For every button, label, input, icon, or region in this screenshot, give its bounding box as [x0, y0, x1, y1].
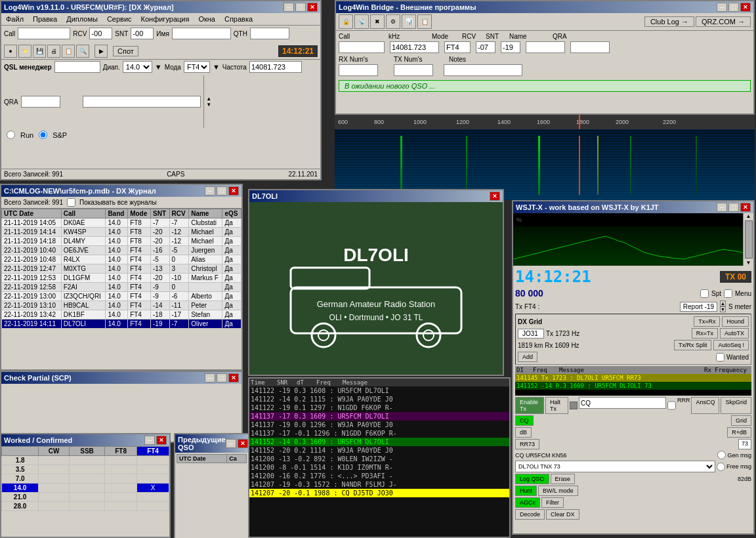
sp-radio[interactable] — [39, 131, 47, 139]
autoseq-button[interactable]: AutoSeq ! — [713, 340, 749, 350]
list-item[interactable]: 141200 -13 -0.2 892 : W0LEN IW2IZW - — [249, 455, 509, 463]
rx-nums-input[interactable] — [339, 64, 378, 76]
rcv-input[interactable] — [89, 28, 112, 39]
prevqso-close[interactable]: ✕ — [238, 439, 248, 448]
list-item[interactable]: 141137 -19 0.0 1296 : W9JA PA0YDE J0 — [249, 421, 509, 429]
mode-select[interactable]: FT4 — [184, 61, 210, 73]
bridge-minimize[interactable]: ─ — [717, 3, 727, 12]
rrr-checkbox[interactable] — [667, 397, 676, 414]
bridge-icon-1[interactable]: 🔒 — [339, 14, 353, 29]
erase-button[interactable]: Erase — [551, 474, 576, 484]
maximize-button[interactable]: □ — [295, 3, 306, 12]
wanted-checkbox[interactable] — [716, 353, 724, 362]
spot-button[interactable]: Спот — [113, 46, 138, 56]
clublog-button[interactable]: Club Log → — [644, 16, 694, 27]
menu-windows[interactable]: Окна — [196, 14, 217, 24]
bridge-call-input[interactable] — [339, 41, 385, 53]
tx-rx-button[interactable]: Tx=Rx — [694, 316, 720, 327]
qra-input[interactable] — [21, 96, 60, 108]
snt-input[interactable] — [131, 28, 154, 39]
bridge-qra-input[interactable] — [570, 41, 610, 53]
grid-button[interactable]: Grid — [731, 415, 751, 426]
gen-msg-radio[interactable] — [717, 451, 726, 459]
name-input[interactable] — [172, 28, 231, 39]
cp-minimize[interactable]: ─ — [205, 373, 215, 383]
list-item[interactable]: 141152 -14 0.3 1609 : UR5FCM DL7OLI — [249, 438, 509, 446]
bwl-mode-button[interactable]: BW/L mode — [538, 486, 578, 496]
bridge-icon-5[interactable]: 📊 — [402, 14, 416, 29]
cp-close[interactable]: ✕ — [228, 373, 239, 383]
free-msg-radio[interactable] — [717, 463, 725, 471]
spectrum-scroll-down[interactable]: ▼ — [746, 260, 751, 266]
wsjtx-minimize[interactable]: ─ — [717, 203, 727, 212]
qth-input[interactable] — [250, 28, 289, 39]
skpgrid-button[interactable]: SkpGrid — [721, 397, 751, 414]
db-button[interactable]: dB — [515, 427, 532, 438]
hound-button[interactable]: Hound — [722, 316, 749, 327]
worked-close[interactable]: ✕ — [156, 436, 167, 445]
bridge-snt-input[interactable] — [501, 41, 520, 53]
qrz-button[interactable]: QRZ.COM → — [696, 16, 751, 27]
menu-help[interactable]: Справка — [222, 14, 255, 24]
worked-minimize[interactable]: ─ — [144, 436, 155, 445]
table-row[interactable]: 21-11-2019 14:14 KW4SP 14.0 FT8 -20 -12 … — [2, 228, 242, 237]
bridge-close[interactable]: ✕ — [740, 3, 751, 12]
autotx-button[interactable]: AutoTX — [720, 328, 749, 339]
clear-dx-button[interactable]: Clear DX — [546, 509, 579, 520]
minimize-button[interactable]: ─ — [284, 3, 294, 12]
extra-input[interactable] — [83, 96, 201, 108]
bridge-icon-3[interactable]: ✖ — [370, 14, 385, 29]
table-row[interactable]: 21-11-2019 14:18 DL4MY 14.0 FT8 -20 -12 … — [2, 237, 242, 246]
table-row[interactable]: 22-11-2019 10:40 OE6JVE 14.0 FT4 -16 -5 … — [2, 246, 242, 255]
journal-scroll[interactable]: UTC Date Call Band Mode SNT RCV Name eQS… — [1, 209, 242, 363]
table-row[interactable]: 22-11-2019 12:58 F2AI 14.0 FT4 -9 0 Да — [2, 283, 242, 292]
anscq-button[interactable]: AnsCQ — [691, 397, 719, 414]
wsjtx-maximize[interactable]: □ — [728, 203, 739, 212]
list-item[interactable]: 141122 -14 0.2 1115 : W9JA PA0YDE J0 — [249, 395, 509, 404]
table-row[interactable]: 22-11-2019 14:11 DL7OLI 14.0 FT4 -19 -7 … — [2, 320, 242, 329]
log-qso-button[interactable]: Log QSO — [515, 474, 549, 484]
table-row[interactable]: 22-11-2019 13:42 DK1BF 14.0 FT4 -18 -17 … — [2, 310, 242, 320]
table-row[interactable]: 22-11-2019 12:53 DL1GFM 14.0 FT4 -20 -10… — [2, 274, 242, 283]
diap-select[interactable]: 14.0 — [123, 61, 152, 73]
notes-input[interactable] — [444, 64, 522, 76]
toolbar-btn-4[interactable]: 🖨 — [47, 45, 60, 58]
list-item[interactable]: 141200 -8 -0.1 1514 : K1DJ IZ0MTN R- — [249, 463, 509, 472]
val-select[interactable]: DL7OLI TNX 73 — [515, 461, 715, 472]
halt-tx-button[interactable]: Halt Tx — [545, 397, 568, 414]
list-item[interactable]: 141122 -19 0.1 1297 : N1GDD F6KOP R- — [249, 404, 509, 412]
cq-button[interactable]: CQ — [515, 415, 534, 426]
bridge-khz-input[interactable] — [390, 41, 439, 53]
spectrum-scrollbar[interactable] — [745, 220, 753, 259]
toolbar-btn-6[interactable]: 🔍 — [76, 45, 89, 58]
wsjtx-close[interactable]: ✕ — [740, 203, 751, 212]
menu-service[interactable]: Сервис — [105, 14, 134, 24]
menu-checkbox[interactable] — [724, 289, 732, 298]
list-item[interactable]: 141207 -20 -0.1 1988 : CQ DJ5TD JO30 — [249, 489, 509, 497]
dxjournal-close[interactable]: ✕ — [228, 186, 239, 196]
bridge-icon-6[interactable]: 📋 — [417, 14, 432, 29]
table-row[interactable]: 21-11-2019 14:05 DK0AE 14.0 FT8 -7 -7 Cl… — [2, 218, 242, 228]
close-button[interactable]: ✕ — [307, 3, 318, 12]
qsl-input[interactable] — [54, 61, 100, 73]
bridge-name-input[interactable] — [526, 41, 565, 53]
dxjournal-minimize[interactable]: ─ — [205, 186, 215, 196]
dxjournal-maximize[interactable]: □ — [217, 186, 227, 196]
messages-body[interactable]: 141122 -19 0.3 1608 : UR5FCM DL7OLI14112… — [249, 386, 509, 534]
toolbar-btn-3[interactable]: 💾 — [33, 45, 46, 58]
list-item[interactable]: 141122 -19 0.3 1608 : UR5FCM DL7OLI — [249, 386, 509, 395]
wsjtx-msg-tx[interactable]: 141145 Tx 1723 : DL7OLI UR5FCM RR73 — [515, 374, 751, 382]
show-all-checkbox[interactable] — [67, 198, 75, 207]
tx-nums-input[interactable] — [394, 64, 433, 76]
table-row[interactable]: 22-11-2019 10:48 R4LX 14.0 FT4 -5 0 Alia… — [2, 255, 242, 264]
enable-tx-button[interactable]: Enable Tx — [515, 397, 544, 414]
list-item[interactable]: 141152 -20 0.2 1114 : W9JA PA0YDE J0 — [249, 446, 509, 455]
bridge-icon-2[interactable]: 📡 — [354, 14, 369, 29]
rr73-button[interactable]: RR73 — [515, 439, 539, 449]
report-down[interactable]: ▼ — [720, 306, 726, 312]
spectrum-scroll-up[interactable]: ▲ — [746, 213, 751, 219]
scroll-down[interactable]: ▼ — [206, 102, 211, 108]
bridge-rcv-input[interactable] — [476, 41, 495, 53]
cp-maximize[interactable]: □ — [217, 373, 227, 383]
rx-tx-button[interactable]: Rx=Tx — [692, 328, 718, 339]
